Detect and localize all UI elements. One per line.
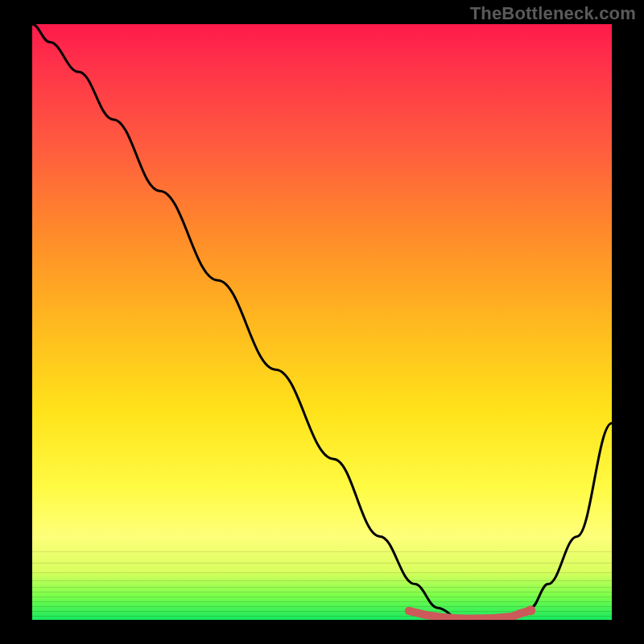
- bottleneck-curve: [32, 24, 612, 620]
- curve-svg: [32, 24, 612, 620]
- plot-area: [32, 24, 612, 620]
- svg-point-8: [526, 605, 535, 615]
- svg-point-0: [405, 607, 413, 615]
- svg-point-7: [515, 610, 523, 618]
- svg-point-1: [423, 611, 431, 619]
- chart-stage: TheBottleneck.com: [0, 0, 644, 644]
- watermark-text: TheBottleneck.com: [470, 3, 636, 24]
